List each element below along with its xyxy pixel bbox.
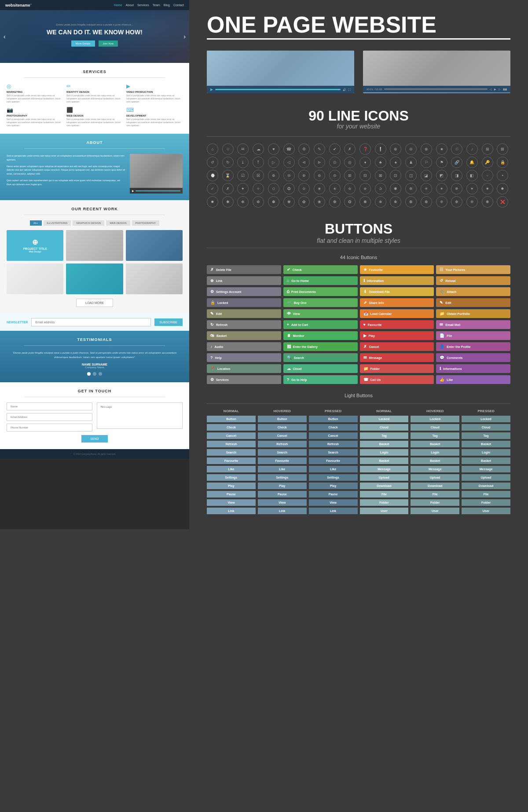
line-icon-94[interactable]: ❇ — [421, 196, 432, 208]
line-icon-82[interactable]: ✻ — [237, 196, 249, 208]
filter-photography[interactable]: PHOTOGRAPHY — [132, 220, 160, 226]
light-btn-8-2[interactable]: Play — [309, 483, 358, 489]
iconic-button-14[interactable]: ⇗Share Info — [360, 298, 434, 307]
light-btn-2-4[interactable]: Tag — [411, 432, 459, 439]
filter-graphics[interactable]: GRAPHICS DESIGN — [73, 220, 104, 226]
light-btn-5-1[interactable]: Favourite — [258, 457, 307, 464]
light-btn-0-0[interactable]: Button — [207, 416, 256, 422]
iconic-button-8[interactable]: ⚙Settings Account — [207, 287, 281, 296]
line-icon-36[interactable]: 🔗 — [451, 157, 462, 168]
light-btn-9-5[interactable]: File — [462, 491, 510, 497]
iconic-button-40[interactable]: ⚙Services — [207, 375, 281, 384]
iconic-button-38[interactable]: 📁Folder — [360, 364, 434, 373]
line-icon-89[interactable]: ❂ — [344, 196, 356, 208]
iconic-button-16[interactable]: ✎Edit — [207, 309, 281, 318]
light-btn-9-0[interactable]: Pause — [207, 491, 256, 497]
line-icon-70[interactable]: ✯ — [359, 183, 371, 194]
line-icon-16[interactable]: ☉ — [451, 143, 462, 155]
line-icon-65[interactable]: ✪ — [283, 183, 295, 194]
iconic-button-24[interactable]: 🛍Basket — [207, 331, 281, 340]
line-icon-14[interactable]: ⊗ — [421, 143, 432, 155]
line-icon-13[interactable]: ⊖ — [405, 143, 417, 155]
testimonial-dot-3[interactable] — [99, 372, 102, 376]
line-icon-7[interactable]: ✎ — [314, 143, 325, 155]
iconic-button-42[interactable]: ☎Call Us — [360, 375, 434, 384]
work-item-5[interactable] — [66, 263, 123, 294]
line-icon-5[interactable]: ☎ — [283, 143, 295, 155]
line-icon-68[interactable]: ✭ — [329, 183, 341, 194]
video-play-icon-1[interactable]: ▶ — [210, 88, 213, 91]
light-btn-7-1[interactable]: Settings — [258, 474, 307, 481]
line-icon-9[interactable]: ✗ — [344, 143, 356, 155]
iconic-button-29[interactable]: 🖼Enter the Gallery — [283, 342, 358, 351]
light-btn-6-3[interactable]: Message — [360, 466, 409, 472]
light-btn-6-5[interactable]: Message — [462, 466, 510, 472]
light-btn-5-5[interactable]: Basket — [462, 457, 510, 464]
light-btn-10-1[interactable]: View — [258, 499, 307, 506]
iconic-button-7[interactable]: ↺Reload — [436, 276, 510, 285]
line-icon-83[interactable]: ✼ — [253, 196, 264, 208]
line-icon-99[interactable]: ❌ — [497, 196, 508, 208]
fullscreen-icon-2[interactable]: ▷ — [499, 88, 501, 91]
light-btn-1-2[interactable]: Check — [309, 424, 358, 431]
iconic-button-33[interactable]: 🔍Search — [283, 353, 358, 362]
line-icon-33[interactable]: ♟ — [405, 157, 417, 168]
work-item-1[interactable]: ⊕ PROJECT TITLE Web Design — [7, 230, 63, 261]
line-icon-45[interactable]: ⊖ — [283, 170, 295, 181]
nav-about[interactable]: About — [126, 4, 134, 7]
newsletter-email-input[interactable] — [31, 318, 150, 326]
line-icon-67[interactable]: ✬ — [314, 183, 325, 194]
light-btn-2-1[interactable]: Cancel — [258, 432, 307, 439]
line-icon-54[interactable]: ◪ — [421, 170, 432, 181]
light-btn-7-5[interactable]: Upload — [462, 474, 510, 481]
light-btn-10-5[interactable]: Folder — [462, 499, 510, 506]
iconic-button-20[interactable]: ↻Refresh — [207, 320, 281, 329]
light-btn-6-2[interactable]: Like — [309, 466, 358, 472]
line-icon-62[interactable]: ✦ — [237, 183, 249, 194]
line-icon-4[interactable]: ♥ — [268, 143, 279, 155]
light-btn-11-1[interactable]: Link — [258, 508, 307, 514]
line-icon-56[interactable]: ◨ — [451, 170, 462, 181]
line-icon-8[interactable]: ✔ — [329, 143, 341, 155]
light-btn-7-0[interactable]: Settings — [207, 474, 256, 481]
line-icon-39[interactable]: 🔒 — [497, 157, 508, 168]
iconic-button-25[interactable]: 🖥Monitor — [283, 331, 358, 340]
line-icon-73[interactable]: ✲ — [405, 183, 417, 194]
light-btn-3-3[interactable]: Basket — [360, 441, 409, 447]
iconic-button-1[interactable]: ✔Check — [283, 265, 358, 274]
light-btn-3-2[interactable]: Refresh — [309, 441, 358, 447]
line-icon-66[interactable]: ✫ — [298, 183, 310, 194]
line-icon-81[interactable]: ✺ — [222, 196, 234, 208]
light-btn-3-0[interactable]: Refresh — [207, 441, 256, 447]
light-btn-5-3[interactable]: Basket — [360, 457, 409, 464]
light-btn-6-1[interactable]: Like — [258, 466, 307, 472]
light-btn-1-5[interactable]: Cloud — [462, 424, 510, 431]
light-btn-5-0[interactable]: Favourite — [207, 457, 256, 464]
light-btn-1-4[interactable]: Cloud — [411, 424, 459, 431]
line-icon-52[interactable]: ⊡ — [390, 170, 401, 181]
line-icon-1[interactable]: ☆ — [222, 143, 234, 155]
light-btn-1-1[interactable]: Check — [258, 424, 307, 431]
line-icon-26[interactable]: ⊲ — [298, 157, 310, 168]
light-btn-8-4[interactable]: Download — [411, 483, 459, 489]
work-item-2[interactable] — [66, 230, 123, 261]
line-icon-64[interactable]: ✩ — [268, 183, 279, 194]
work-item-3[interactable] — [126, 230, 183, 261]
line-icon-98[interactable]: ❋ — [482, 196, 493, 208]
light-btn-7-4[interactable]: Upload — [411, 474, 459, 481]
line-icon-78[interactable]: ✷ — [482, 183, 493, 194]
light-btn-5-2[interactable]: Favourite — [309, 457, 358, 464]
light-btn-2-2[interactable]: Cancel — [309, 432, 358, 439]
line-icon-12[interactable]: ⊕ — [390, 143, 401, 155]
line-icon-79[interactable]: ✸ — [497, 183, 508, 194]
line-icon-50[interactable]: ⊟ — [359, 170, 371, 181]
iconic-button-4[interactable]: ⊗Link — [207, 276, 281, 285]
load-more-button[interactable]: LOAD MORE — [76, 299, 113, 307]
light-btn-5-4[interactable]: Basket — [411, 457, 459, 464]
line-icon-22[interactable]: ⤓ — [237, 157, 249, 168]
line-icon-86[interactable]: ✿ — [298, 196, 310, 208]
line-icon-75[interactable]: ✴ — [436, 183, 447, 194]
iconic-button-10[interactable]: ⬇Download File — [360, 287, 434, 296]
line-icon-6[interactable]: ⚙ — [298, 143, 310, 155]
iconic-button-34[interactable]: ✉Message — [360, 353, 434, 362]
